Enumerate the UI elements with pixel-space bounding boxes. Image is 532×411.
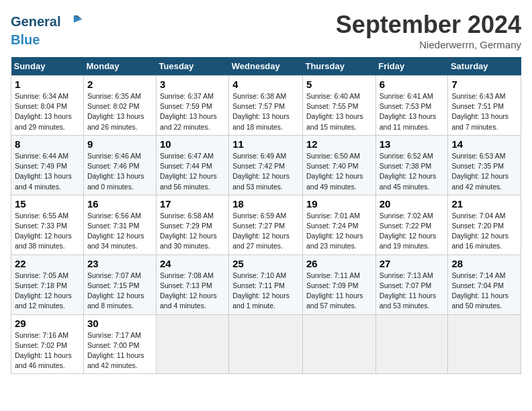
day-cell-2: 2 Sunrise: 6:35 AMSunset: 8:02 PMDayligh… <box>83 76 156 136</box>
calendar-table: Sunday Monday Tuesday Wednesday Thursday… <box>11 57 521 374</box>
day-cell-10: 10 Sunrise: 6:47 AMSunset: 7:44 PMDaylig… <box>157 135 229 195</box>
day-cell-3: 3 Sunrise: 6:37 AMSunset: 7:59 PMDayligh… <box>157 76 229 136</box>
header-monday: Monday <box>83 57 156 76</box>
day-cell-26: 26 Sunrise: 7:11 AMSunset: 7:09 PMDaylig… <box>302 255 375 314</box>
day-cell-5: 5 Sunrise: 6:40 AMSunset: 7:55 PMDayligh… <box>302 76 375 136</box>
page-header: General Blue September 2024 Niederwerrn,… <box>11 11 521 50</box>
day-cell-14: 14 Sunrise: 6:53 AMSunset: 7:35 PMDaylig… <box>448 135 521 195</box>
day-cell-21: 21 Sunrise: 7:04 AMSunset: 7:20 PMDaylig… <box>448 195 521 255</box>
day-cell-27: 27 Sunrise: 7:13 AMSunset: 7:07 PMDaylig… <box>375 255 448 314</box>
day-cell-empty-1 <box>157 314 229 374</box>
header-tuesday: Tuesday <box>157 57 229 76</box>
day-cell-empty-2 <box>229 314 303 374</box>
logo: General Blue <box>11 11 83 48</box>
day-cell-8: 8 Sunrise: 6:44 AMSunset: 7:49 PMDayligh… <box>11 135 84 195</box>
day-cell-16: 16 Sunrise: 6:56 AMSunset: 7:31 PMDaylig… <box>83 195 156 255</box>
day-cell-4: 4 Sunrise: 6:38 AMSunset: 7:57 PMDayligh… <box>229 76 303 136</box>
day-cell-empty-3 <box>302 314 375 374</box>
logo-bird-icon <box>62 11 83 32</box>
day-cell-7: 7 Sunrise: 6:43 AMSunset: 7:51 PMDayligh… <box>448 76 521 136</box>
day-cell-empty-4 <box>375 314 448 374</box>
header-sunday: Sunday <box>11 57 84 76</box>
day-cell-25: 25 Sunrise: 7:10 AMSunset: 7:11 PMDaylig… <box>229 255 303 314</box>
day-cell-28: 28 Sunrise: 7:14 AMSunset: 7:04 PMDaylig… <box>448 255 521 314</box>
table-row: 22 Sunrise: 7:05 AMSunset: 7:18 PMDaylig… <box>11 255 521 314</box>
day-cell-15: 15 Sunrise: 6:55 AMSunset: 7:33 PMDaylig… <box>11 195 84 255</box>
day-cell-6: 6 Sunrise: 6:41 AMSunset: 7:53 PMDayligh… <box>375 76 448 136</box>
location: Niederwerrn, Germany <box>336 39 521 50</box>
table-row: 1 Sunrise: 6:34 AMSunset: 8:04 PMDayligh… <box>11 76 521 136</box>
table-row: 15 Sunrise: 6:55 AMSunset: 7:33 PMDaylig… <box>11 195 521 255</box>
day-cell-23: 23 Sunrise: 7:07 AMSunset: 7:15 PMDaylig… <box>83 255 156 314</box>
table-row: 29 Sunrise: 7:16 AMSunset: 7:02 PMDaylig… <box>11 314 521 374</box>
day-cell-18: 18 Sunrise: 6:59 AMSunset: 7:27 PMDaylig… <box>229 195 303 255</box>
day-cell-19: 19 Sunrise: 7:01 AMSunset: 7:24 PMDaylig… <box>302 195 375 255</box>
month-title: September 2024 <box>336 11 521 39</box>
header-friday: Friday <box>375 57 448 76</box>
day-cell-29: 29 Sunrise: 7:16 AMSunset: 7:02 PMDaylig… <box>11 314 84 374</box>
day-cell-empty-5 <box>448 314 521 374</box>
header-saturday: Saturday <box>448 57 521 76</box>
day-cell-20: 20 Sunrise: 7:02 AMSunset: 7:22 PMDaylig… <box>375 195 448 255</box>
day-cell-22: 22 Sunrise: 7:05 AMSunset: 7:18 PMDaylig… <box>11 255 84 314</box>
header-wednesday: Wednesday <box>229 57 303 76</box>
day-cell-24: 24 Sunrise: 7:08 AMSunset: 7:13 PMDaylig… <box>157 255 229 314</box>
day-cell-13: 13 Sunrise: 6:52 AMSunset: 7:38 PMDaylig… <box>375 135 448 195</box>
logo-general: General <box>11 14 60 30</box>
table-row: 8 Sunrise: 6:44 AMSunset: 7:49 PMDayligh… <box>11 135 521 195</box>
header-thursday: Thursday <box>302 57 375 76</box>
day-cell-9: 9 Sunrise: 6:46 AMSunset: 7:46 PMDayligh… <box>83 135 156 195</box>
day-cell-1: 1 Sunrise: 6:34 AMSunset: 8:04 PMDayligh… <box>11 76 84 136</box>
logo-blue: Blue <box>11 32 40 48</box>
day-cell-30: 30 Sunrise: 7:17 AMSunset: 7:00 PMDaylig… <box>83 314 156 374</box>
title-block: September 2024 Niederwerrn, Germany <box>336 11 521 50</box>
day-cell-12: 12 Sunrise: 6:50 AMSunset: 7:40 PMDaylig… <box>302 135 375 195</box>
day-cell-17: 17 Sunrise: 6:58 AMSunset: 7:29 PMDaylig… <box>157 195 229 255</box>
day-cell-11: 11 Sunrise: 6:49 AMSunset: 7:42 PMDaylig… <box>229 135 303 195</box>
weekday-header-row: Sunday Monday Tuesday Wednesday Thursday… <box>11 57 521 76</box>
